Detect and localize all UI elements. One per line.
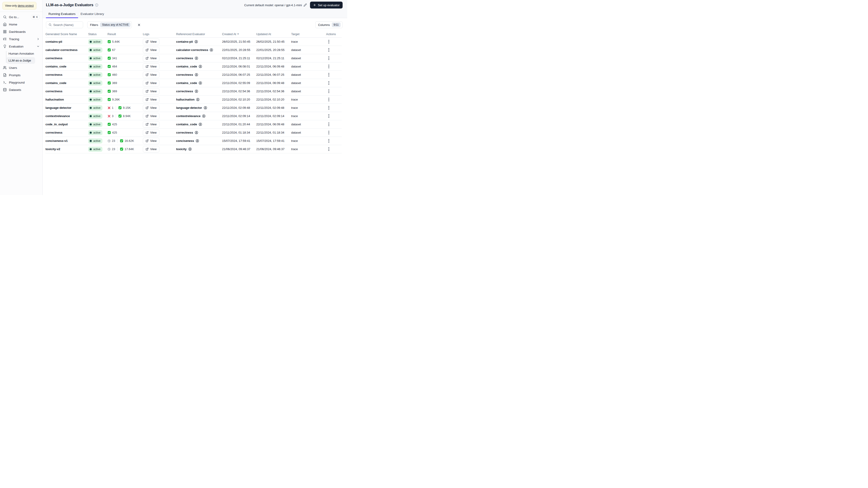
generated-score-name: correctness (45, 57, 88, 60)
created-at: 22/11/2024, 02:54:36 (222, 90, 256, 93)
col-header-updated-at[interactable]: Updated At (256, 32, 291, 36)
row-actions-kebab-icon[interactable] (327, 130, 331, 136)
sidebar-item-goto[interactable]: Go to... ⌘ K (0, 13, 42, 21)
status-badge: active (88, 80, 102, 86)
filters-button[interactable]: Filters Status any of ACTIVE (87, 21, 132, 28)
external-link-icon (146, 65, 149, 68)
row-actions-kebab-icon[interactable] (327, 47, 331, 53)
user-circle-icon (198, 123, 202, 126)
view-logs-button[interactable]: View (143, 129, 159, 136)
prompts-icon (3, 73, 7, 77)
row-actions-kebab-icon[interactable] (327, 39, 331, 45)
view-logs-button[interactable]: View (143, 121, 159, 128)
tab-running-evaluators[interactable]: Running Evaluators (46, 10, 78, 18)
tab-evaluator-library[interactable]: Evaluator Library (78, 10, 106, 18)
col-header-logs[interactable]: Logs (143, 32, 176, 36)
view-logs-button[interactable]: View (143, 138, 159, 144)
col-header-result[interactable]: Result (107, 32, 143, 36)
view-logs-button[interactable]: View (143, 146, 159, 153)
view-logs-button[interactable]: View (143, 113, 159, 119)
search-input[interactable] (53, 23, 81, 27)
view-logs-button[interactable]: View (143, 88, 159, 95)
col-header-status[interactable]: Status (88, 32, 107, 36)
view-logs-button[interactable]: View (143, 63, 159, 70)
referenced-evaluator-name: language-detector (176, 106, 202, 109)
status-dot-icon (90, 115, 92, 117)
sidebar-item-human-annotation[interactable]: Human Annotation (6, 50, 35, 57)
updated-at: 22/11/2024, 02:10:20 (256, 98, 291, 101)
edit-model-pencil-icon[interactable] (304, 3, 307, 7)
sidebar-item-users[interactable]: Users (0, 64, 42, 71)
view-logs-button[interactable]: View (143, 47, 159, 53)
sidebar-item-prompts[interactable]: Prompts (0, 71, 42, 79)
result-cell: 2316.62K (107, 139, 143, 143)
view-logs-button[interactable]: View (143, 96, 159, 103)
status-label: active (93, 148, 100, 151)
table-row: hallucination active 9.26K View hallucin… (45, 96, 342, 104)
row-actions-kebab-icon[interactable] (327, 55, 331, 61)
row-actions-kebab-icon[interactable] (327, 97, 331, 103)
table-row: code_in_output active 425 View contains_… (45, 120, 342, 129)
table-row: conciseness-v1 active 2316.62K View conc… (45, 137, 342, 145)
sidebar-item-llm-as-a-judge[interactable]: LLM-as-a-Judge (6, 57, 35, 64)
col-header-generated-score-name[interactable]: Generated Score Name (45, 32, 88, 36)
check-icon (107, 123, 111, 126)
demo-project-link[interactable]: demo project (18, 4, 33, 7)
col-header-referenced-evaluator[interactable]: Referenced Evaluator (176, 32, 222, 36)
info-icon[interactable] (95, 3, 98, 7)
sidebar-item-dashboards[interactable]: Dashboards (0, 28, 42, 35)
sidebar-item-datasets[interactable]: Datasets (0, 86, 42, 93)
table-row: toxicity-v2 active 2317.64K View toxicit… (45, 145, 342, 153)
row-actions-kebab-icon[interactable] (327, 138, 331, 144)
result-check-segment: 425 (107, 131, 117, 134)
sidebar-item-label: Users (9, 66, 40, 70)
user-circle-icon (196, 139, 199, 142)
view-logs-button[interactable]: View (143, 39, 159, 45)
target: dataset (291, 131, 326, 134)
status-filter-chip[interactable]: Status any of ACTIVE (100, 23, 130, 27)
row-actions-kebab-icon[interactable] (327, 72, 331, 78)
created-at: 22/11/2024, 06:08:01 (222, 65, 256, 68)
status-label: active (93, 123, 100, 126)
status-badge: active (88, 64, 102, 69)
check-icon (118, 114, 122, 118)
sidebar-item-home[interactable]: Home (0, 21, 42, 28)
row-actions-kebab-icon[interactable] (327, 80, 331, 86)
result-cell: 9.26K (107, 98, 143, 101)
created-at: 21/06/2024, 09:46:37 (222, 148, 256, 151)
created-at: 02/12/2024, 21:25:11 (222, 57, 256, 60)
col-header-target[interactable]: Target (291, 32, 326, 36)
view-only-banner: View-only demo project (2, 2, 36, 10)
result-check-segment: 369 (107, 90, 117, 93)
row-actions-kebab-icon[interactable] (327, 64, 331, 70)
sidebar-item-evaluation[interactable]: Evaluation (0, 43, 42, 50)
target: dataset (291, 48, 326, 52)
set-up-evaluator-button[interactable]: Set up evaluator (310, 2, 343, 8)
row-actions-kebab-icon[interactable] (327, 122, 331, 127)
status-dot-icon (90, 66, 92, 67)
referenced-evaluator-name: contains-pii (176, 40, 193, 43)
row-actions-kebab-icon[interactable] (327, 113, 331, 119)
view-logs-button[interactable]: View (143, 72, 159, 78)
generated-score-name: contains-pii (45, 40, 88, 43)
referenced-evaluator-name: contains_code (176, 65, 197, 68)
sidebar-item-playground[interactable]: Playground (0, 79, 42, 86)
sidebar-item-label: Go to... (9, 15, 29, 19)
updated-at: 26/02/2025, 21:50:45 (256, 40, 291, 43)
sidebar-item-tracing[interactable]: Tracing (0, 35, 42, 43)
col-header-created-at[interactable]: Created At▼ (222, 32, 256, 36)
view-button-label: View (150, 139, 157, 142)
clear-filters-button[interactable] (136, 22, 142, 28)
view-logs-button[interactable]: View (143, 55, 159, 62)
result-cell: 369 (107, 81, 143, 85)
row-actions-kebab-icon[interactable] (327, 105, 331, 111)
row-actions-kebab-icon[interactable] (327, 146, 331, 152)
columns-button[interactable]: Columns 9/11 (315, 21, 343, 28)
result-cell: 341 (107, 57, 143, 60)
external-link-icon (146, 90, 149, 93)
view-logs-button[interactable]: View (143, 105, 159, 111)
row-actions-kebab-icon[interactable] (327, 88, 331, 94)
referenced-evaluator-name: toxicity (176, 148, 187, 151)
view-logs-button[interactable]: View (143, 80, 159, 86)
generated-score-name: correctness (45, 90, 88, 93)
